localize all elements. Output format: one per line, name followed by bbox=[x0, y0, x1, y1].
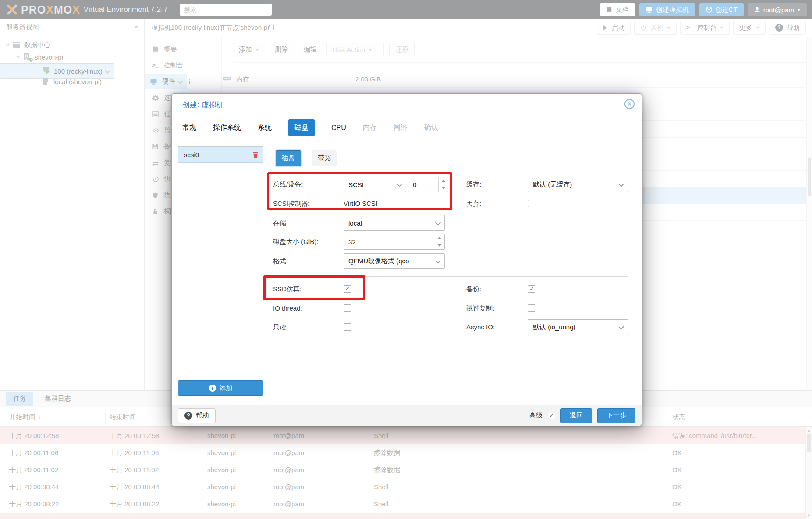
tab-cpu[interactable]: CPU bbox=[331, 124, 346, 132]
next-button[interactable]: 下一步 bbox=[597, 408, 635, 423]
skip-replication-label: 跳过复制: bbox=[466, 300, 494, 316]
back-button[interactable]: 返回 bbox=[560, 408, 592, 423]
dialog-tabbar: 常规 操作系统 系统 磁盘 CPU 内存 网络 确认 bbox=[182, 119, 438, 136]
cache-select[interactable]: 默认 (无缓存) bbox=[528, 177, 628, 192]
backup-label: 备份: bbox=[466, 281, 481, 297]
discard-label: 丢弃: bbox=[466, 196, 481, 212]
subtab-bandwidth[interactable]: 带宽 bbox=[312, 150, 337, 166]
backup-checkbox[interactable] bbox=[528, 285, 535, 293]
storage-select-value: local bbox=[348, 219, 362, 227]
close-icon[interactable]: ✕ bbox=[624, 99, 635, 109]
bus-index-spinner[interactable]: 0 bbox=[408, 177, 448, 192]
read-only-label: 只读: bbox=[273, 319, 288, 335]
skip-replication-checkbox[interactable] bbox=[528, 304, 535, 312]
ssd-emulation-checkbox[interactable] bbox=[344, 285, 351, 293]
io-thread-checkbox[interactable] bbox=[344, 304, 351, 312]
proxmox-app: PROXMOX Virtual Environment 7.2-7 文档 创建虚… bbox=[0, 0, 812, 519]
form-divider bbox=[272, 276, 628, 277]
tab-general[interactable]: 常规 bbox=[182, 123, 196, 132]
tabbar-divider bbox=[172, 141, 642, 141]
spinner-up-icon[interactable] bbox=[439, 177, 448, 184]
async-io-label: Async IO: bbox=[466, 319, 495, 335]
storage-select[interactable]: local bbox=[344, 215, 445, 231]
disk-subtabs: 磁盘 带宽 bbox=[276, 150, 337, 166]
dialog-help-label: 帮助 bbox=[196, 411, 209, 420]
tab-network[interactable]: 网络 bbox=[394, 123, 408, 132]
dialog-title: 创建: 虚拟机 bbox=[182, 100, 223, 110]
tab-confirm[interactable]: 确认 bbox=[424, 123, 438, 132]
storage-label: 存储: bbox=[273, 215, 288, 231]
read-only-checkbox[interactable] bbox=[344, 323, 351, 331]
tab-system[interactable]: 系统 bbox=[258, 123, 272, 132]
scsi-controller-label: SCSI控制器: bbox=[273, 196, 310, 212]
bus-index-value: 0 bbox=[413, 181, 416, 188]
add-disk-button[interactable]: + 添加 bbox=[178, 380, 263, 396]
advanced-label: 高级 bbox=[529, 411, 543, 420]
format-select-value: QEMU映像格式 (qco bbox=[348, 257, 409, 265]
disk-size-spinner[interactable]: 32 bbox=[344, 234, 445, 250]
tab-memory[interactable]: 内存 bbox=[363, 123, 377, 132]
bus-select-value: SCSI bbox=[348, 181, 364, 188]
disk-size-label: 磁盘大小 (GiB): bbox=[273, 234, 318, 250]
plus-icon: + bbox=[209, 385, 216, 392]
advanced-checkbox[interactable] bbox=[548, 412, 555, 419]
io-thread-label: IO thread: bbox=[273, 300, 302, 316]
subtab-disk[interactable]: 磁盘 bbox=[276, 150, 301, 166]
discard-checkbox[interactable] bbox=[528, 200, 535, 207]
help-icon: ? bbox=[184, 412, 192, 420]
dialog-footer: ? 帮助 高级 返回 下一步 bbox=[172, 405, 642, 426]
async-io-select-value: 默认 (io_uring) bbox=[533, 323, 576, 332]
ssd-emulation-label: SSD仿真: bbox=[273, 281, 301, 297]
bus-select[interactable]: SCSI bbox=[344, 177, 406, 192]
spinner-buttons bbox=[438, 177, 448, 192]
spinner-down-icon[interactable] bbox=[439, 184, 448, 192]
disk-list-item-scsi0[interactable]: scsi0 bbox=[178, 147, 263, 163]
tab-os[interactable]: 操作系统 bbox=[213, 123, 241, 132]
tab-disks[interactable]: 磁盘 bbox=[288, 119, 315, 136]
spinner-up-icon[interactable] bbox=[435, 234, 444, 242]
bus-device-label: 总线/设备: bbox=[273, 177, 303, 192]
format-label: 格式: bbox=[273, 253, 288, 269]
disk-size-value: 32 bbox=[348, 238, 356, 246]
create-vm-dialog: 创建: 虚拟机 ✕ 常规 操作系统 系统 磁盘 CPU 内存 网络 确认 scs… bbox=[171, 93, 642, 426]
disk-list: scsi0 bbox=[178, 146, 263, 376]
format-select[interactable]: QEMU映像格式 (qco bbox=[344, 253, 445, 269]
cache-select-value: 默认 (无缓存) bbox=[533, 180, 572, 189]
async-io-select[interactable]: 默认 (io_uring) bbox=[528, 319, 628, 335]
dialog-help-button[interactable]: ? 帮助 bbox=[178, 408, 216, 423]
form-divider bbox=[268, 170, 630, 170]
spinner-down-icon[interactable] bbox=[435, 242, 444, 249]
trash-icon[interactable] bbox=[252, 151, 259, 158]
spinner-buttons bbox=[435, 234, 444, 249]
disk-item-label: scsi0 bbox=[184, 151, 199, 159]
add-disk-label: 添加 bbox=[220, 384, 233, 392]
scsi-controller-value: VirtIO SCSI bbox=[344, 196, 377, 212]
cache-label: 缓存: bbox=[466, 177, 481, 192]
